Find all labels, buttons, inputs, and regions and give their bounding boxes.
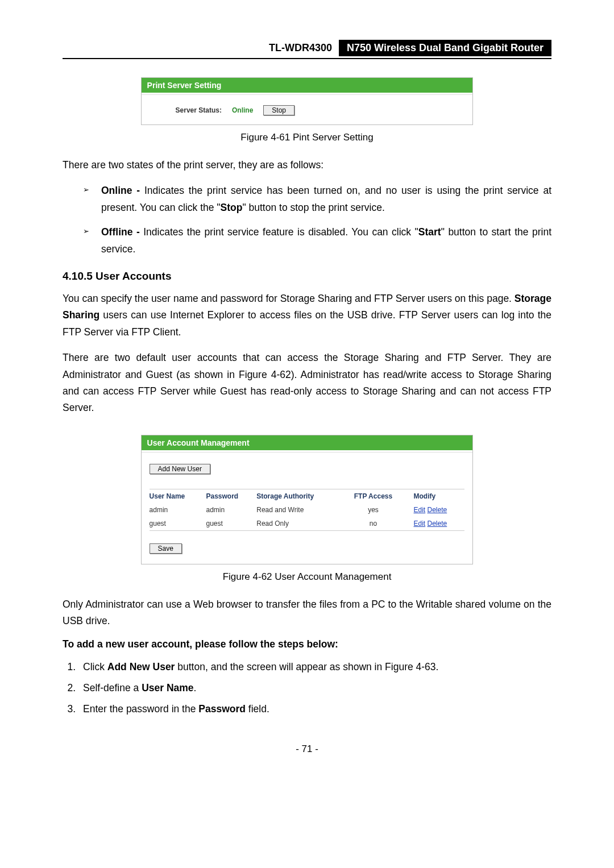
ua-p1-b: users can use Internet Explorer to acces…	[63, 309, 551, 337]
table-header-row: User Name Password Storage Authority FTP…	[150, 489, 465, 503]
step1-bold: Add New User	[107, 661, 175, 672]
col-password: Password	[206, 492, 256, 500]
header-divider	[63, 58, 551, 59]
cell-ftp: no	[338, 520, 408, 528]
step1-a: Click	[83, 661, 107, 672]
edit-link[interactable]: Edit	[414, 520, 426, 528]
cell-username: admin	[150, 506, 206, 514]
step-3: Enter the password in the Password field…	[78, 700, 551, 718]
product-label: N750 Wireless Dual Band Gigabit Router	[339, 40, 551, 56]
states-list: Online - Indicates the print service has…	[63, 182, 551, 258]
step1-b: button, and the screen will appear as sh…	[175, 661, 438, 672]
save-button[interactable]: Save	[150, 543, 182, 554]
steps-list: Click Add New User button, and the scree…	[78, 658, 551, 717]
col-modify: Modify	[408, 492, 465, 500]
ua-paragraph-2: There are two default user accounts that…	[63, 350, 551, 417]
state-offline-text-a: Indicates the print service feature is d…	[143, 226, 418, 238]
steps-heading: To add a new user account, please follow…	[63, 638, 551, 650]
step-1: Click Add New User button, and the scree…	[78, 658, 551, 676]
state-offline: Offline - Indicates the print service fe…	[83, 224, 551, 258]
state-online-text-b: " button to stop the print service.	[242, 202, 384, 213]
figure-caption-61: Figure 4-61 Pint Server Setting	[63, 132, 551, 143]
step3-bold: Password	[198, 703, 246, 715]
table-row: guest guest Read Only no Edit Delete	[150, 517, 465, 530]
step2-b: .	[194, 682, 197, 693]
page-number: - 71 -	[63, 744, 551, 755]
state-online: Online - Indicates the print service has…	[83, 182, 551, 216]
ua-paragraph-1: You can specify the user name and passwo…	[63, 290, 551, 340]
figure-caption-62: Figure 4-62 User Account Management	[63, 571, 551, 583]
model-label: TL-WDR4300	[262, 40, 339, 56]
edit-link[interactable]: Edit	[414, 506, 426, 514]
cell-username: guest	[150, 520, 206, 528]
cell-modify: Edit Delete	[408, 506, 465, 514]
cell-ftp: yes	[338, 506, 408, 514]
section-heading-user-accounts: 4.10.5 User Accounts	[63, 270, 551, 283]
state-offline-prefix: Offline -	[101, 226, 143, 238]
cell-modify: Edit Delete	[408, 520, 465, 528]
user-account-panel: User Account Management Add New User Use…	[141, 435, 474, 564]
ua-p1-a: You can specify the user name and passwo…	[63, 293, 515, 304]
add-new-user-button[interactable]: Add New User	[150, 464, 210, 474]
step3-b: field.	[246, 703, 269, 715]
delete-link[interactable]: Delete	[428, 520, 447, 528]
user-accounts-table: User Name Password Storage Authority FTP…	[150, 489, 465, 531]
state-online-bold: Stop	[221, 202, 243, 213]
col-ftp-access: FTP Access	[338, 492, 408, 500]
stop-button[interactable]: Stop	[263, 105, 294, 115]
col-storage-authority: Storage Authority	[256, 492, 338, 500]
print-server-panel: Print Server Setting Server Status: Onli…	[141, 77, 474, 125]
doc-header: TL-WDR4300 N750 Wireless Dual Band Gigab…	[63, 40, 551, 56]
table-row: admin admin Read and Write yes Edit Dele…	[150, 503, 465, 517]
print-server-panel-title: Print Server Setting	[142, 78, 473, 93]
after-fig2-paragraph: Only Administrator can use a Web browser…	[63, 596, 551, 630]
state-offline-bold: Start	[418, 226, 441, 238]
delete-link[interactable]: Delete	[428, 506, 447, 514]
state-online-prefix: Online -	[101, 185, 144, 196]
cell-authority: Read Only	[256, 520, 338, 528]
cell-password: guest	[206, 520, 256, 528]
states-intro: There are two states of the print server…	[63, 157, 551, 173]
step2-bold: User Name	[142, 682, 193, 693]
server-status-value: Online	[232, 106, 253, 114]
step2-a: Self-define a	[83, 682, 142, 693]
user-account-panel-title: User Account Management	[142, 435, 473, 450]
cell-authority: Read and Write	[256, 506, 338, 514]
cell-password: admin	[206, 506, 256, 514]
step3-a: Enter the password in the	[83, 703, 198, 715]
step-2: Self-define a User Name.	[78, 679, 551, 697]
col-username: User Name	[150, 492, 206, 500]
server-status-label: Server Status:	[176, 106, 222, 114]
